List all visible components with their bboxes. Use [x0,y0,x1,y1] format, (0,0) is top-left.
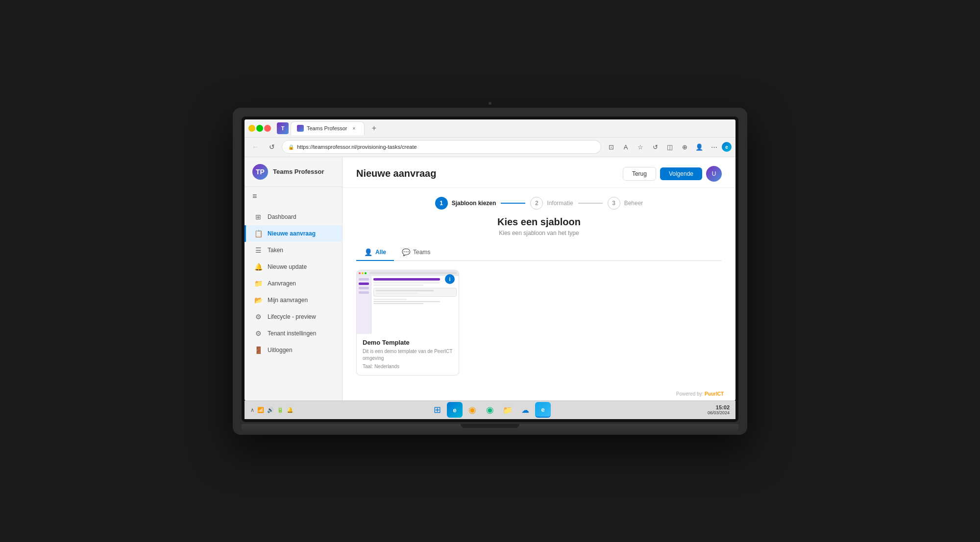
sidebar-avatar: TP [252,164,268,180]
thumb-sidebar [357,276,371,334]
close-button[interactable]: × [264,125,271,132]
collections-button[interactable]: ◫ [663,140,677,154]
sidebar-item-aanvragen[interactable]: 📁 Aanvragen [245,275,342,292]
taskbar-folder-btn[interactable]: 📁 [500,402,515,418]
sidebar-item-lifecycle[interactable]: ⚙ Lifecycle - preview [245,308,342,325]
sidebar-item-nieuwe-update[interactable]: 🔔 Nieuwe update [245,259,342,275]
menu-toggle-button[interactable]: ≡ [245,187,342,206]
tab-close-button[interactable]: × [350,124,358,132]
filter-tab-teams[interactable]: 💬 Teams [394,244,438,261]
taskbar-chrome-green-btn[interactable]: ◉ [482,402,498,418]
sidebar-label-taken: Taken [268,247,283,254]
step-connector-1 [501,203,525,204]
lock-icon: 🔒 [288,144,294,150]
sidebar-item-tenant[interactable]: ⚙ Tenant instellingen [245,325,342,342]
step-3: 3 Beheer [608,197,643,210]
taskbar-time[interactable]: 15:02 06/03/2024 [708,404,730,415]
battery-icon[interactable]: 🔋 [276,406,285,414]
sidebar-item-mijn-aanvragen[interactable]: 📂 Mijn aanvragen [245,292,342,308]
thumb-urlbar [369,272,457,274]
sidebar-item-taken[interactable]: ☰ Taken [245,242,342,259]
favorites-button[interactable]: ☆ [634,140,647,154]
new-tab-button[interactable]: + [368,122,380,134]
taskbar-chrome-yellow-btn[interactable]: ◉ [465,402,480,418]
time-display: 15:02 [708,404,730,410]
thumb-line-3 [373,299,407,300]
main-header: Nieuwe aanvraag Terug Volgende U [343,157,735,188]
thumb-dot-green [365,272,367,274]
volume-icon[interactable]: 🔊 [266,406,275,414]
taskbar-onedrive-btn[interactable]: ☁ [517,402,533,418]
reload-button[interactable]: ↺ [648,140,662,154]
thumb-sidebar-i2 [359,283,369,285]
toolbar-icons: ⊡ A ☆ ↺ ◫ ⊕ 👤 ⋯ e [604,140,732,154]
tenant-icon: ⚙ [254,330,263,337]
notification-icon[interactable]: 🔔 [286,406,294,414]
step-1-label: Sjabloon kiezen [452,200,496,207]
user-avatar[interactable]: U [706,166,722,182]
template-area: Kies een sjabloon Kies een sjabloon van … [343,216,735,387]
step-3-label: Beheer [624,200,643,207]
address-bar[interactable]: 🔒 https://teamsprofessor.nl/provisioning… [282,140,601,154]
teams-tab-label: Teams [413,249,430,256]
taskbar-right: 15:02 06/03/2024 [708,404,730,415]
next-btn[interactable]: Volgende [660,167,702,180]
split-screen-button[interactable]: ⊡ [604,140,618,154]
thumb-main [371,276,459,334]
minimize-button[interactable]: ─ [248,125,255,132]
more-button[interactable]: ⋯ [707,140,721,154]
taken-icon: ☰ [254,246,263,254]
footer-powered-by: Powered by: PuurICT [343,387,735,401]
thumb-line-2 [373,284,423,286]
tab-favicon [297,125,304,132]
browser-window: ─ □ × T Teams Professor × + ← ↺ [245,119,735,401]
app-container: TP Teams Professor ≡ ⊞ Dashboard 📋 Nieuw… [245,157,735,401]
refresh-button[interactable]: ↺ [265,140,279,154]
edge-icon: e [722,142,732,152]
url-text: https://teamsprofessor.nl/provisioning-t… [297,144,595,150]
thumb-title-bar [373,278,440,281]
taskbar-edge-btn[interactable]: e [447,402,463,418]
browser-chrome: ─ □ × T Teams Professor × + ← ↺ [245,119,735,157]
date-display: 06/03/2024 [708,410,730,415]
sidebar-item-uitloggen[interactable]: 🚪 Uitloggen [245,342,342,358]
template-name: Demo Template [363,339,453,346]
zoom-button[interactable]: A [619,140,633,154]
extensions-button[interactable]: ⊕ [678,140,691,154]
page-title: Nieuwe aanvraag [356,168,436,179]
thumb-box-1 [373,288,457,297]
template-info-button[interactable]: i [445,274,455,284]
sidebar-item-dashboard[interactable]: ⊞ Dashboard [245,209,342,225]
step-1-circle: 1 [435,197,448,210]
browser-tab-active[interactable]: Teams Professor × [291,121,365,135]
sidebar-nav: ⊞ Dashboard 📋 Nieuwe aanvraag ☰ Taken [245,206,342,361]
system-tray-arrow[interactable]: ∧ [249,406,255,414]
back-button[interactable]: ← [248,140,262,154]
taskbar-edge-active-btn[interactable]: e [535,402,551,418]
filter-tab-alle[interactable]: 👤 Alle [356,244,394,261]
thumb-sidebar-i4 [359,291,369,294]
filter-tabs: 👤 Alle 💬 Teams [356,244,722,261]
restore-button[interactable]: □ [256,125,263,132]
mijn-aanvragen-icon: 📂 [254,296,263,304]
back-btn[interactable]: Terug [623,167,656,181]
wifi-icon[interactable]: 📶 [256,406,265,414]
thumb-small-2 [373,303,423,304]
alle-tab-icon: 👤 [364,248,372,256]
sidebar-label-dashboard: Dashboard [268,213,296,220]
thumb-header [357,270,459,276]
template-card-demo[interactable]: i Demo Template Dit is een demo template… [356,270,459,376]
alle-tab-label: Alle [375,249,386,256]
nieuwe-aanvraag-icon: 📋 [254,230,263,237]
thumb-sidebar-i1 [359,278,369,281]
sidebar-item-nieuwe-aanvraag[interactable]: 📋 Nieuwe aanvraag [245,225,342,242]
windows-taskbar: ∧ 📶 🔊 🔋 🔔 ⊞ e ◉ ◉ 📁 ☁ e 15:02 06/03/2024 [245,401,735,419]
templates-grid: i Demo Template Dit is een demo template… [356,270,722,376]
profile-button[interactable]: 👤 [692,140,706,154]
sidebar-label-lifecycle: Lifecycle - preview [268,313,316,320]
browser-toolbar: ← ↺ 🔒 https://teamsprofessor.nl/provisio… [245,137,735,157]
taskbar-left: ∧ 📶 🔊 🔋 🔔 [249,406,294,414]
sidebar-label-tenant: Tenant instellingen [268,330,316,337]
sidebar-header: TP Teams Professor [245,157,342,187]
taskbar-windows-btn[interactable]: ⊞ [429,402,445,418]
